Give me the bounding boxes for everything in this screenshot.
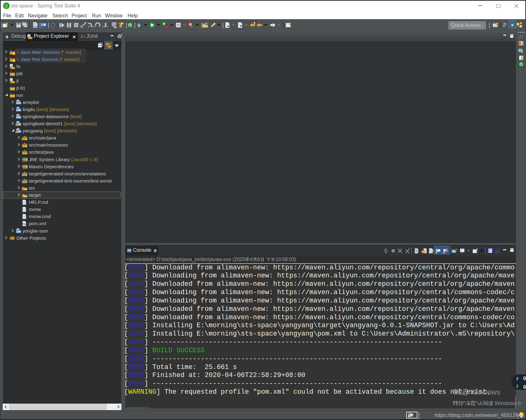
svg-text:A: A [496, 249, 499, 253]
svg-text:010: 010 [33, 25, 37, 28]
svg-text:M: M [23, 222, 25, 225]
svg-text:J: J [520, 57, 522, 60]
